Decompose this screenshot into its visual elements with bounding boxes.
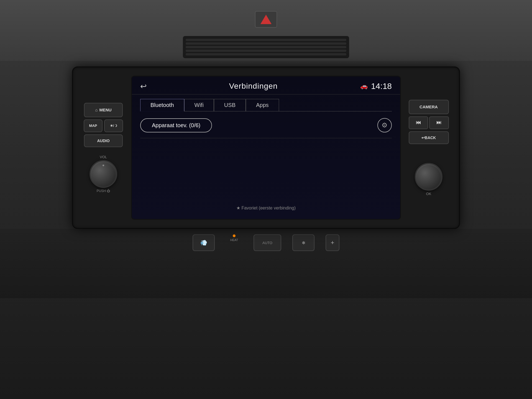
infotainment-unit: ⌂ MENU MAP ☀/☽ AUDIO VOL PUSH ⏻ — [72, 66, 460, 229]
right-controls: CAMERA ⏮ ⏭ ↩BACK OK — [406, 100, 451, 196]
screen-inner: ↩ Verbindingen 🚗 14:18 Bluetooth Wifi — [132, 76, 400, 219]
vent-slat — [186, 50, 346, 52]
top-vents — [183, 36, 349, 58]
device-row: Apparaat toev. (0/6) ⚙ — [140, 118, 392, 132]
back-button[interactable]: ↩BACK — [409, 131, 449, 144]
sun-moon-icon: ☀/☽ — [110, 124, 117, 128]
back-arrow-button[interactable]: ↩ — [140, 82, 147, 91]
media-controls-row: ⏮ ⏭ — [409, 116, 449, 129]
menu-label: MENU — [99, 108, 111, 112]
vol-label: VOL — [100, 155, 107, 159]
screen-header: ↩ Verbindingen 🚗 14:18 — [132, 76, 400, 94]
fan-button[interactable]: 💨 — [193, 234, 215, 251]
ok-section: OK — [415, 163, 443, 196]
map-button[interactable]: MAP — [84, 119, 103, 132]
hazard-triangle-icon — [260, 15, 272, 24]
volume-section: VOL PUSH ⏻ — [89, 155, 117, 193]
map-label: MAP — [89, 124, 97, 128]
heat-label: HEAT — [230, 238, 238, 242]
car-interior: ⌂ MENU MAP ☀/☽ AUDIO VOL PUSH ⏻ — [0, 0, 532, 399]
tab-apps[interactable]: Apps — [246, 99, 279, 111]
favorite-hint: ★ Favoriet (eerste verbinding) — [236, 205, 296, 211]
camera-button[interactable]: CAMERA — [409, 100, 449, 114]
defrost-icon: ❄ — [302, 240, 305, 245]
map-row: MAP ☀/☽ — [84, 119, 123, 132]
next-track-button[interactable]: ⏭ — [429, 116, 449, 129]
push-label: PUSH ⏻ — [97, 189, 110, 193]
screen-content: Apparaat toev. (0/6) ⚙ — [132, 111, 400, 145]
climate-controls: 💨 HEAT AUTO ❄ + — [0, 229, 532, 298]
top-vent-area — [0, 0, 532, 61]
vent-slat — [186, 53, 346, 55]
settings-icon-button[interactable]: ⚙ — [377, 118, 392, 132]
ok-knob[interactable] — [415, 163, 443, 191]
prev-track-button[interactable]: ⏮ — [409, 116, 428, 129]
add-device-button[interactable]: Apparaat toev. (0/6) — [140, 118, 212, 132]
fan-icon: 💨 — [200, 239, 207, 246]
menu-button[interactable]: ⌂ MENU — [84, 103, 123, 117]
auto-button[interactable]: AUTO — [254, 234, 281, 251]
heat-light — [233, 234, 236, 237]
auto-label: AUTO — [262, 241, 272, 245]
plus-icon: + — [331, 239, 334, 246]
day-night-button[interactable]: ☀/☽ — [104, 119, 123, 132]
tab-usb[interactable]: USB — [214, 99, 246, 111]
hazard-button[interactable] — [255, 11, 277, 28]
audio-button[interactable]: AUDIO — [84, 134, 123, 147]
home-icon: ⌂ — [95, 108, 98, 112]
infotainment-screen[interactable]: ↩ Verbindingen 🚗 14:18 Bluetooth Wifi — [131, 76, 401, 220]
content-divider — [140, 138, 392, 138]
screen-title: Verbindingen — [229, 82, 278, 91]
vent-slat — [186, 39, 346, 41]
tabs-row: Bluetooth Wifi USB Apps — [132, 94, 400, 111]
ok-label: OK — [426, 192, 431, 196]
tab-bluetooth[interactable]: Bluetooth — [140, 99, 184, 111]
audio-label: AUDIO — [97, 139, 109, 143]
time-display: 14:18 — [371, 81, 392, 91]
left-controls: ⌂ MENU MAP ☀/☽ AUDIO VOL PUSH ⏻ — [81, 103, 126, 193]
defrost-button[interactable]: ❄ — [292, 234, 314, 251]
gear-icon: ⚙ — [382, 121, 388, 129]
vent-slat — [186, 46, 346, 48]
header-right: 🚗 14:18 — [360, 81, 392, 91]
volume-knob[interactable] — [89, 160, 117, 188]
temp-plus-button[interactable]: + — [326, 234, 339, 251]
tab-wifi[interactable]: Wifi — [184, 99, 214, 111]
car-status-icon: 🚗 — [360, 83, 368, 90]
heat-indicator: HEAT — [226, 234, 242, 248]
vent-slat — [186, 42, 346, 45]
